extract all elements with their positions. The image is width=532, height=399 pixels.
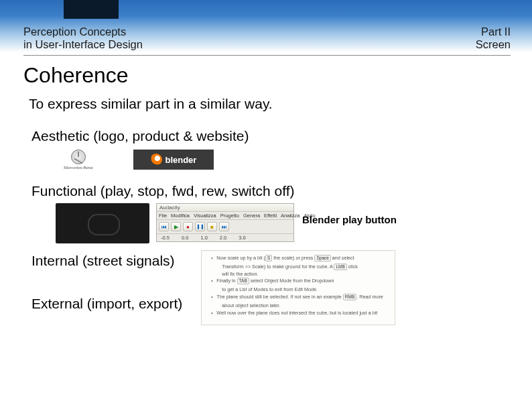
record-icon: ● [186, 224, 190, 230]
section-functional: Functional (play, stop, fwd, rew, switch… [31, 183, 509, 199]
blender-logo: blender [133, 150, 214, 170]
blender-play-label: Blender play button [302, 214, 397, 225]
slide-content: Coherence To express similar part in a s… [0, 52, 532, 339]
doc-line: Transform >> Scale) to make ground for t… [211, 264, 389, 271]
doc-line: The plane should still be selected. If n… [211, 294, 389, 301]
skip-end-icon: ⏭ [222, 224, 227, 230]
doc-line: Now scale up by a bit (S the scale) or p… [211, 255, 389, 262]
skip-start-icon: ⏮ [161, 224, 167, 230]
header-accent-block [64, 0, 119, 19]
toolbar-timeline: -0.5 0.0 1.0 2.0 3.0 [157, 234, 293, 241]
bottom-block: Internal (street signals) External (impo… [31, 253, 509, 339]
scale-tick: 1.0 [200, 235, 207, 241]
mercedes-label: Mercedes-Benz [64, 165, 93, 170]
skip-end-button[interactable]: ⏭ [219, 222, 229, 231]
bottom-left-column: Internal (street signals) External (impo… [31, 253, 182, 339]
documentation-panel: Now scale up by a bit (S the scale) or p… [201, 250, 395, 325]
doc-line: will fix the action. [211, 271, 389, 278]
scale-tick: 2.0 [220, 235, 226, 241]
section-external: External (import, export) [31, 296, 182, 312]
record-button[interactable]: ● [183, 222, 193, 231]
blender-icon [150, 154, 162, 166]
menu-item[interactable]: File [159, 213, 167, 219]
controls-row: Audacity File Modifica Visualizza Proget… [56, 203, 509, 243]
mercedes-star-icon [71, 150, 86, 164]
key-s: S [265, 255, 272, 262]
key-lmb: LMB [334, 264, 346, 270]
pause-icon: ❚❚ [196, 224, 204, 229]
slide-subtitle: To express similar part in a similar way… [29, 96, 509, 112]
key-rmb: RMB [343, 294, 356, 300]
header-left: Perception Concepts in User-Interface De… [23, 25, 143, 51]
key-tab: TAB [237, 278, 249, 284]
menu-item[interactable]: Genera [243, 213, 260, 219]
doc-line: Finally in TAB select Object Mode from t… [211, 278, 389, 285]
key-space: Space [314, 255, 330, 262]
header-left-line1: Perception Concepts [23, 25, 143, 38]
toolbar-window-title: Audacity [157, 204, 293, 212]
header-left-line2: in User-Interface Design [23, 38, 143, 51]
doc-line: about object selection later. [211, 302, 389, 310]
header-divider [23, 55, 511, 56]
blender-label: blender [165, 155, 196, 165]
logos-row: Mercedes-Benz blender [64, 148, 509, 171]
scale-tick: 3.0 [239, 235, 245, 241]
menu-item[interactable]: Effetti [264, 213, 277, 219]
header-right-line1: Part II [476, 25, 511, 38]
section-aesthetic: Aesthetic (logo, product & website) [31, 128, 509, 144]
menu-item[interactable]: Visualizza [194, 213, 216, 219]
mercedes-logo: Mercedes-Benz [64, 150, 93, 170]
play-button[interactable]: ▶ [171, 222, 181, 231]
slide-title: Coherence [23, 63, 509, 88]
toolbar-menu: File Modifica Visualizza Progetto Genera… [157, 212, 293, 220]
pause-button[interactable]: ❚❚ [195, 222, 205, 231]
play-icon: ▶ [174, 224, 178, 230]
stop-button[interactable]: ■ [207, 222, 217, 231]
menu-item[interactable]: Progetto [220, 213, 239, 219]
doc-line: Well now over the plane does not interse… [211, 310, 389, 317]
menu-item[interactable]: Modifica [171, 213, 190, 219]
menu-item[interactable]: Analizza [281, 213, 300, 219]
scale-tick: 0.0 [182, 235, 188, 241]
header-right-line2: Screen [476, 38, 511, 51]
dark-remote-panel [56, 203, 149, 243]
scale-tick: -0.5 [161, 235, 170, 241]
stop-icon: ■ [210, 224, 214, 230]
audacity-toolbar: Audacity File Modifica Visualizza Proget… [156, 203, 294, 242]
skip-start-button[interactable]: ⏮ [159, 222, 169, 231]
header-right: Part II Screen [476, 25, 511, 51]
slide-header: Perception Concepts in User-Interface De… [0, 0, 532, 52]
section-internal: Internal (street signals) [31, 253, 182, 269]
doc-line: to get a List of Modes to exit from Edit… [211, 286, 389, 294]
toolbar-transport: ⏮ ▶ ● ❚❚ ■ ⏭ [157, 220, 293, 234]
